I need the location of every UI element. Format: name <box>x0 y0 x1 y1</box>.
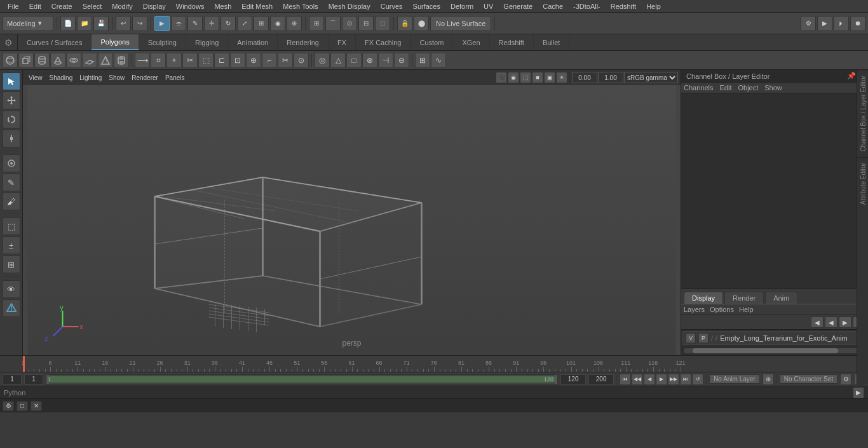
custom2-btn[interactable]: ⊞ <box>3 255 20 273</box>
ipr-btn[interactable]: ⏺ <box>850 16 865 31</box>
menu-generate[interactable]: Generate <box>498 1 538 11</box>
menu-mesh-tools[interactable]: Mesh Tools <box>278 1 323 11</box>
camera-icon[interactable]: 🎥 <box>496 72 507 83</box>
layer-fwd-btn[interactable]: ▶ <box>839 316 851 328</box>
no-live-surface-btn[interactable]: No Live Surface <box>430 16 491 31</box>
bevel-btn[interactable]: ⌐ <box>262 53 277 68</box>
layers-menu[interactable]: Layers <box>684 306 705 313</box>
timeline-numbers[interactable]: 1611162126313641465156616671768186919610… <box>23 356 681 372</box>
live-btn[interactable]: ⬤ <box>414 16 429 31</box>
pb-step-back[interactable]: ◀◀ <box>632 374 643 385</box>
texture-btn[interactable]: ▣ <box>544 72 555 83</box>
isolate-btn[interactable]: ◉ <box>508 72 519 83</box>
tab-polygons[interactable]: Polygons <box>92 34 139 50</box>
move-mode-btn[interactable] <box>3 92 20 109</box>
speed-input[interactable] <box>588 374 614 384</box>
edit-menu[interactable]: Edit <box>719 84 731 92</box>
pb-loop[interactable]: ↺ <box>692 374 703 385</box>
options-menu[interactable]: Options <box>710 306 734 313</box>
artisan-btn[interactable]: 🖌 <box>3 193 20 210</box>
char-set-icon1[interactable]: ⚙ <box>840 374 851 385</box>
snap-grid-btn[interactable]: ⊞ <box>309 16 324 31</box>
subdivide-btn[interactable]: ⊞ <box>415 53 430 68</box>
renderer-menu-btn[interactable]: Renderer <box>128 74 161 82</box>
torus-btn[interactable] <box>66 53 81 68</box>
menu-3dto[interactable]: -3DtoAll- <box>568 1 606 11</box>
offset-edge-btn[interactable]: ⊏ <box>214 53 229 68</box>
paint-effects-btn[interactable]: ✎ <box>3 173 20 191</box>
multi-cut-btn[interactable]: ✂ <box>278 53 293 68</box>
pb-step-fwd[interactable]: ▶▶ <box>668 374 679 385</box>
crease-btn[interactable]: ∿ <box>431 53 446 68</box>
shaded-btn[interactable]: ■ <box>532 72 543 83</box>
channel-box-vtab[interactable]: Channel Box / Layer Editor <box>857 70 868 157</box>
char-set-btn[interactable]: No Character Set <box>780 374 837 384</box>
attribute-editor-vtab[interactable]: Attribute Editor <box>857 157 868 210</box>
select-tool-btn[interactable]: ▶ <box>154 16 170 31</box>
menu-file[interactable]: File <box>3 1 24 11</box>
marquee-select-btn[interactable]: ⬚ <box>3 217 20 235</box>
bridge-btn[interactable]: ⌗ <box>151 53 166 68</box>
tab-sculpting[interactable]: Sculpting <box>139 34 186 50</box>
render-current-btn[interactable]: ▶ <box>817 16 832 31</box>
quadrangulate-btn[interactable]: □ <box>346 53 362 68</box>
append-polygon-btn[interactable]: + <box>166 53 182 68</box>
viewport-3d-canvas[interactable]: x y z <box>23 85 681 355</box>
snap-curve-btn[interactable]: ⌒ <box>325 16 341 31</box>
merge-btn[interactable]: ⊕ <box>246 53 261 68</box>
channels-menu[interactable]: Channels <box>684 84 713 92</box>
display-tab[interactable]: Display <box>684 292 723 304</box>
cut-faces-btn[interactable]: ✂ <box>182 53 198 68</box>
menu-help[interactable]: Help <box>641 1 666 11</box>
viewport-value2[interactable] <box>598 72 623 83</box>
taskbar-window-btn[interactable]: □ <box>17 401 28 411</box>
layer-new-btn[interactable]: ◀ <box>811 316 824 328</box>
help-menu[interactable]: Help <box>739 306 754 313</box>
menu-redshift[interactable]: Redshift <box>606 1 641 11</box>
snap-point-btn[interactable]: ⊙ <box>342 16 357 31</box>
tab-redshift[interactable]: Redshift <box>490 34 534 50</box>
pin-icon[interactable]: 📌 <box>847 72 856 80</box>
lasso-select-btn[interactable]: ⌯ <box>171 16 186 31</box>
menu-curves[interactable]: Curves <box>376 1 408 11</box>
scale-mode-btn[interactable] <box>3 130 20 147</box>
panels-menu-btn[interactable]: Panels <box>162 74 188 82</box>
layer-scrollbar[interactable] <box>681 346 868 355</box>
show-menu[interactable]: Show <box>764 84 782 92</box>
layer-playback-btn[interactable]: P <box>698 333 709 343</box>
tab-fx-caching[interactable]: FX Caching <box>356 34 410 50</box>
triangulate-btn[interactable]: △ <box>330 53 346 68</box>
start-frame-input[interactable] <box>24 374 43 384</box>
pb-skip-end[interactable]: ⏭ <box>680 374 691 385</box>
layer-back-btn[interactable]: ◀ <box>825 316 837 328</box>
settings-icon[interactable]: ⚙ <box>4 37 13 48</box>
lighting-icon[interactable]: ☀ <box>556 72 567 83</box>
menu-edit-mesh[interactable]: Edit Mesh <box>236 1 278 11</box>
target-weld-btn[interactable]: ⊙ <box>294 53 309 68</box>
pyramid-btn[interactable] <box>98 53 113 68</box>
extrude-btn[interactable]: ⟶ <box>135 53 150 68</box>
viewport-value1[interactable] <box>572 72 597 83</box>
move-btn[interactable]: ✛ <box>204 16 219 31</box>
custom1-btn[interactable]: ± <box>3 236 20 254</box>
timeline-range-bar[interactable]: 1 120 <box>46 374 558 384</box>
render-all-btn[interactable]: ⏵ <box>834 16 849 31</box>
range-end-handle[interactable] <box>555 375 557 384</box>
menu-edit[interactable]: Edit <box>24 1 46 11</box>
insert-edge-btn[interactable]: ⬚ <box>198 53 214 68</box>
layer-scroll-track[interactable] <box>684 348 865 353</box>
new-file-btn[interactable]: 📄 <box>60 16 76 31</box>
lock-btn[interactable]: 🔒 <box>397 16 412 31</box>
boolean-btn[interactable]: ⊖ <box>394 53 409 68</box>
open-file-btn[interactable]: 📁 <box>77 16 92 31</box>
tab-xgen[interactable]: XGen <box>453 34 489 50</box>
undo-btn[interactable]: ↩ <box>116 16 131 31</box>
scale-btn[interactable]: ⤢ <box>237 16 252 31</box>
menu-display[interactable]: Display <box>138 1 171 11</box>
cylinder-btn[interactable] <box>34 53 50 68</box>
workspace-dropdown[interactable]: Modeling ▾ <box>3 16 53 31</box>
python-label[interactable]: Python <box>4 389 25 397</box>
layer-row[interactable]: V P / / Empty_Long_Terrarium_for_Exotic_… <box>682 331 867 345</box>
render-tab[interactable]: Render <box>724 292 764 304</box>
anim-layer-btn[interactable]: No Anim Layer <box>709 374 760 384</box>
